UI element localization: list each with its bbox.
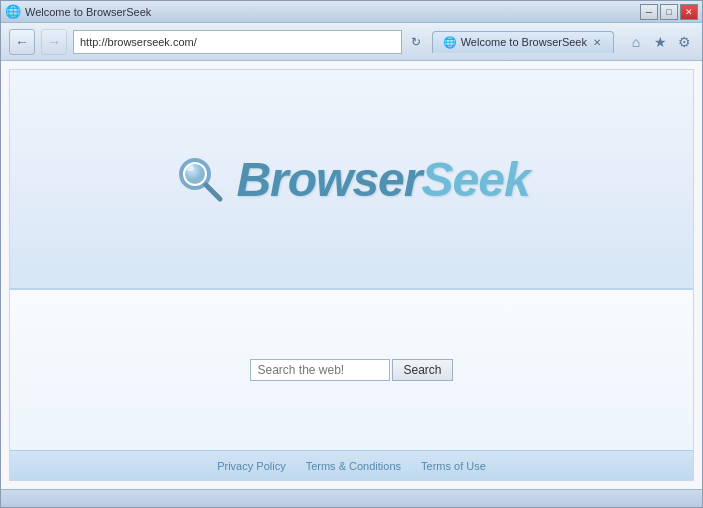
logo-seek-part: Seek [421, 153, 529, 206]
search-area: Search [10, 290, 693, 450]
tab-label: Welcome to BrowserSeek [461, 36, 587, 48]
logo-text: BrowserSeek [236, 152, 529, 207]
svg-line-2 [206, 185, 220, 199]
browser-icon: 🌐 [5, 4, 21, 19]
search-input[interactable] [250, 359, 390, 381]
back-button[interactable]: ← [9, 29, 35, 55]
maximize-button[interactable]: □ [660, 4, 678, 20]
logo-browser-part: Browser [236, 153, 421, 206]
address-bar-wrap: ↻ [73, 30, 426, 54]
close-button[interactable]: ✕ [680, 4, 698, 20]
forward-button[interactable]: → [41, 29, 67, 55]
content-area: BrowserSeek Search Privacy Policy Terms … [1, 61, 702, 489]
browser-window: 🌐 Welcome to BrowserSeek ─ □ ✕ ← → ↻ 🌐 W… [0, 0, 703, 508]
toolbar-right-icons: ⌂ ★ ⚙ [626, 32, 694, 52]
address-input[interactable] [73, 30, 402, 54]
webpage: BrowserSeek Search Privacy Policy Terms … [9, 69, 694, 481]
tab-area: 🌐 Welcome to BrowserSeek ✕ [432, 31, 614, 53]
page-footer: Privacy Policy Terms & Conditions Terms … [10, 450, 693, 480]
window-controls: ─ □ ✕ [640, 4, 698, 20]
favorites-icon-button[interactable]: ★ [650, 32, 670, 52]
logo-area: BrowserSeek [173, 152, 529, 207]
search-button[interactable]: Search [392, 359, 452, 381]
title-bar: 🌐 Welcome to BrowserSeek ─ □ ✕ [1, 1, 702, 23]
refresh-button[interactable]: ↻ [406, 32, 426, 52]
terms-conditions-link[interactable]: Terms & Conditions [306, 460, 401, 472]
tab-favicon: 🌐 [443, 36, 457, 49]
home-icon-button[interactable]: ⌂ [626, 32, 646, 52]
search-form: Search [250, 359, 452, 381]
magnifying-glass-icon [173, 152, 228, 207]
active-tab[interactable]: 🌐 Welcome to BrowserSeek ✕ [432, 31, 614, 53]
title-bar-left: 🌐 Welcome to BrowserSeek [5, 4, 151, 19]
privacy-policy-link[interactable]: Privacy Policy [217, 460, 285, 472]
minimize-button[interactable]: ─ [640, 4, 658, 20]
navigation-bar: ← → ↻ 🌐 Welcome to BrowserSeek ✕ ⌂ ★ ⚙ [1, 23, 702, 61]
status-bar [1, 489, 702, 507]
tab-close-button[interactable]: ✕ [591, 37, 603, 48]
terms-of-use-link[interactable]: Terms of Use [421, 460, 486, 472]
window-title: Welcome to BrowserSeek [25, 6, 151, 18]
page-header: BrowserSeek [10, 70, 693, 290]
settings-icon-button[interactable]: ⚙ [674, 32, 694, 52]
